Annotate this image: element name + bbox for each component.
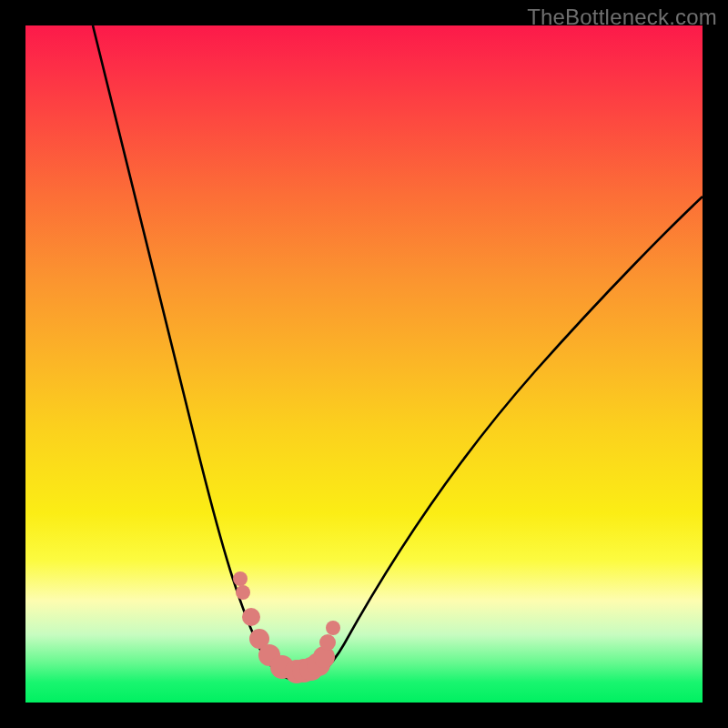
plot-area xyxy=(25,25,703,703)
bottleneck-curve xyxy=(93,25,703,681)
marker-group xyxy=(233,571,340,683)
curve-svg xyxy=(25,25,703,703)
marker-dot xyxy=(233,571,248,586)
marker-dot xyxy=(236,585,250,600)
marker-dot xyxy=(326,621,340,635)
marker-dot xyxy=(319,634,336,651)
marker-dot xyxy=(242,608,260,626)
chart-frame: TheBottleneck.com xyxy=(0,0,728,728)
